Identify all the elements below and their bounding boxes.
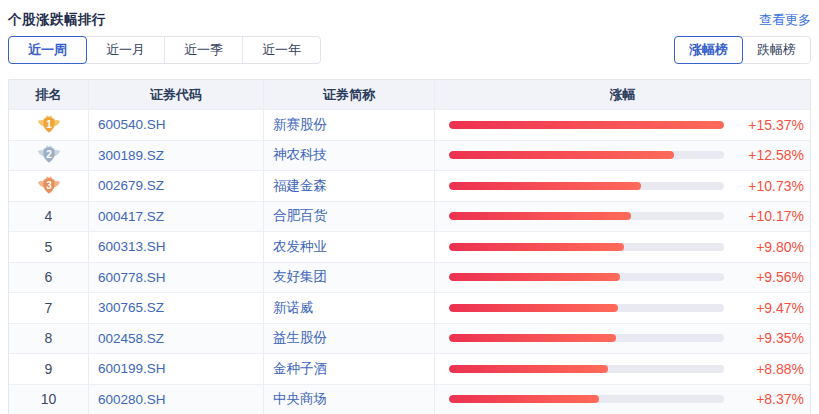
rank-cell: 2 [9,141,89,171]
change-bar-track [449,273,724,281]
change-cell: +9.80% [435,232,810,262]
rank-medal-icon: 3 [37,175,61,197]
rank-number: 10 [41,391,57,407]
change-bar-track [449,395,724,403]
stock-name-link[interactable]: 新赛股份 [273,116,327,134]
board-tab-1[interactable]: 跌幅榜 [742,37,810,63]
stock-code-link[interactable]: 600540.SH [98,117,166,132]
stock-code-link[interactable]: 000417.SZ [98,209,164,224]
period-tab-3[interactable]: 近一年 [242,37,320,63]
code-cell: 002679.SZ [89,171,264,201]
code-cell: 000417.SZ [89,202,264,232]
change-bar-fill [449,304,618,312]
stock-code-link[interactable]: 600778.SH [98,270,166,285]
change-bar-fill [449,121,724,129]
stock-code-link[interactable]: 002458.SZ [98,331,164,346]
board-tabs: 涨幅榜跌幅榜 [674,36,811,64]
name-cell: 益生股份 [264,324,435,354]
table-row: 6 600778.SH 友好集团 +9.56% [9,262,810,293]
code-cell: 002458.SZ [89,324,264,354]
view-more-link[interactable]: 查看更多 [759,11,811,29]
stock-code-link[interactable]: 600280.SH [98,392,166,407]
stock-name-link[interactable]: 福建金森 [273,177,327,195]
rank-cell: 3 [9,171,89,201]
stock-code-link[interactable]: 300765.SZ [98,300,164,315]
stock-code-link[interactable]: 300189.SZ [98,148,164,163]
name-cell: 新赛股份 [264,110,435,140]
rank-medal-icon: 2 [37,144,61,166]
change-percent: +9.80% [734,239,804,255]
stock-name-link[interactable]: 益生股份 [273,329,327,347]
name-cell: 新诺威 [264,293,435,323]
rank-number: 7 [45,300,53,316]
column-header-change: 涨幅 [435,80,810,109]
change-percent: +12.58% [734,147,804,163]
table-row: 9 600199.SH 金种子酒 +8.88% [9,353,810,384]
table-row: 4 000417.SZ 合肥百货 +10.17% [9,201,810,232]
change-cell: +10.17% [435,202,810,232]
rank-number: 8 [45,330,53,346]
change-percent: +10.73% [734,178,804,194]
table-row: 3 002679.SZ 福建金森 +10.73% [9,170,810,201]
table-row: 2 300189.SZ 神农科技 +12.58% [9,140,810,171]
rank-cell: 1 [9,110,89,140]
change-bar-track [449,334,724,342]
table-body: 1 600540.SH 新赛股份 +15.37% 2 [9,109,810,414]
stock-name-link[interactable]: 金种子酒 [273,360,327,378]
period-tab-2[interactable]: 近一季 [164,37,242,63]
stock-name-link[interactable]: 合肥百货 [273,207,327,225]
rank-cell: 6 [9,263,89,293]
stock-rank-panel: 个股涨跌幅排行 查看更多 近一周近一月近一季近一年 涨幅榜跌幅榜 排名 证券代码… [0,11,819,414]
board-tab-0[interactable]: 涨幅榜 [674,36,743,64]
change-bar-fill [449,365,608,373]
change-cell: +12.58% [435,141,810,171]
period-tabs: 近一周近一月近一季近一年 [8,36,321,64]
stock-name-link[interactable]: 神农科技 [273,146,327,164]
change-cell: +15.37% [435,110,810,140]
change-bar-track [449,304,724,312]
change-cell: +8.88% [435,354,810,384]
table-header: 排名 证券代码 证券简称 涨幅 [9,80,810,109]
rank-number: 4 [45,208,53,224]
stock-name-link[interactable]: 中央商场 [273,390,327,408]
stock-code-link[interactable]: 002679.SZ [98,178,164,193]
rank-cell: 5 [9,232,89,262]
change-percent: +9.47% [734,300,804,316]
name-cell: 农发种业 [264,232,435,262]
code-cell: 600778.SH [89,263,264,293]
panel-header: 个股涨跌幅排行 查看更多 [8,11,811,29]
stock-name-link[interactable]: 友好集团 [273,268,327,286]
column-header-rank: 排名 [9,80,89,109]
change-bar-track [449,121,724,129]
name-cell: 中央商场 [264,385,435,414]
code-cell: 600540.SH [89,110,264,140]
change-bar-fill [449,151,674,159]
tabs-row: 近一周近一月近一季近一年 涨幅榜跌幅榜 [8,36,811,64]
change-bar-fill [449,334,616,342]
svg-text:3: 3 [46,179,52,190]
rank-number: 9 [45,361,53,377]
stock-name-link[interactable]: 农发种业 [273,238,327,256]
change-percent: +8.37% [734,391,804,407]
table-row: 8 002458.SZ 益生股份 +9.35% [9,323,810,354]
period-tab-0[interactable]: 近一周 [8,36,87,64]
change-cell: +9.56% [435,263,810,293]
change-bar-fill [449,395,599,403]
change-bar-fill [449,182,641,190]
stock-code-link[interactable]: 600313.SH [98,239,166,254]
stock-code-link[interactable]: 600199.SH [98,361,166,376]
stock-name-link[interactable]: 新诺威 [273,299,314,317]
change-bar-fill [449,243,624,251]
rank-number: 5 [45,239,53,255]
change-cell: +8.37% [435,385,810,414]
change-bar-fill [449,273,620,281]
rank-cell: 9 [9,354,89,384]
change-percent: +15.37% [734,117,804,133]
code-cell: 300765.SZ [89,293,264,323]
change-bar-track [449,182,724,190]
table-row: 10 600280.SH 中央商场 +8.37% [9,384,810,414]
name-cell: 神农科技 [264,141,435,171]
change-percent: +8.88% [734,361,804,377]
name-cell: 金种子酒 [264,354,435,384]
period-tab-1[interactable]: 近一月 [86,37,164,63]
